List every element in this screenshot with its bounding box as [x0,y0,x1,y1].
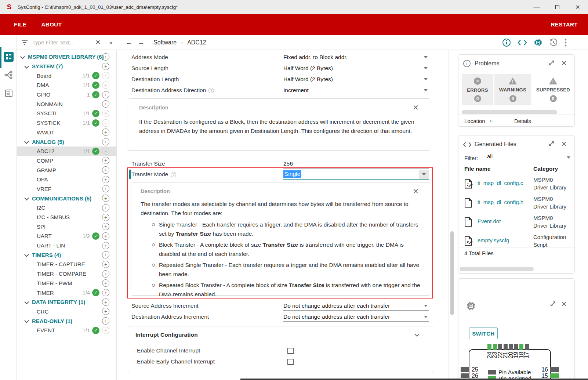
close-icon[interactable]: ✕ [413,187,419,196]
chevron-down-icon[interactable] [24,139,29,144]
tree-item[interactable]: TIMER - COMPARE ✓ + [17,269,116,279]
pin[interactable]: 25 [472,366,478,373]
add-instance-button[interactable]: + [102,298,109,306]
pin[interactable]: 18 [519,344,523,364]
switch-device-button[interactable]: SWITCH [469,327,498,339]
add-instance-button[interactable]: + [102,261,109,268]
add-instance-button[interactable]: + [102,232,109,240]
network-view-icon[interactable] [4,70,14,80]
expand-icon[interactable] [548,141,555,147]
chevron-down-icon[interactable] [24,300,29,304]
tree-item[interactable]: DMA 1/1 ✓ + [17,80,116,90]
chevron-down-icon[interactable] [24,64,29,69]
pin[interactable]: 23 [493,344,497,364]
add-instance-button[interactable]: + [102,242,109,249]
tree-item[interactable]: READ-ONLY (1) ✓ + [17,316,116,326]
add-instance-button[interactable]: + [102,289,109,296]
close-icon[interactable]: ✕ [561,140,567,148]
help-icon[interactable]: ? [171,172,176,177]
tree-item[interactable]: MSPM0 DRIVER LIBRARY (6) ✓ + [17,52,116,62]
calculator-view-icon[interactable] [4,88,14,98]
suppressed-tile[interactable]: SUPPRESSED 0 [533,74,574,105]
dropdown-button[interactable] [419,170,429,179]
add-instance-button[interactable]: + [102,53,109,61]
tree-item[interactable]: EVENT 1/1 ✓ + [17,326,116,335]
vertical-scrollbar[interactable] [450,231,454,315]
add-instance-button[interactable]: + [102,223,109,230]
column-location[interactable]: Location [464,118,485,124]
close-icon[interactable]: ✕ [561,59,567,68]
add-instance-button[interactable]: + [102,82,109,89]
warnings-tile[interactable]: WARNINGS 0 [494,74,531,105]
add-instance-button[interactable]: + [102,91,109,98]
enable-channel-interrupt-checkbox[interactable] [287,348,294,354]
dropdown-field[interactable]: Increment [283,86,429,95]
tree-item[interactable]: GPAMP ✓ + [17,165,116,175]
more-menu-icon[interactable] [565,39,567,47]
tree-item[interactable]: COMMUNICATIONS (5) ✓ + [17,193,116,203]
chevron-down-icon[interactable] [20,54,25,59]
sort-icon[interactable]: ↑↓ [489,118,492,123]
chevron-down-icon[interactable] [24,318,29,323]
add-instance-button[interactable]: + [102,308,109,315]
tree-item[interactable]: UART 1/2 ✓ + [17,231,116,241]
close-icon[interactable]: ✕ [413,103,419,112]
add-instance-button[interactable]: + [102,148,109,155]
tree-item[interactable]: SYSTEM (7) ✓ + [17,62,116,71]
collapse-panel-icon[interactable]: « [109,39,112,46]
add-instance-button[interactable]: + [102,166,109,174]
back-button[interactable]: ← [126,39,133,47]
expand-icon[interactable] [550,301,556,307]
expand-icon[interactable] [548,60,555,66]
tree-item[interactable]: DATA INTEGRITY (1) ✓ + [17,297,116,307]
menu-file[interactable]: FILE [14,21,27,28]
add-instance-button[interactable]: + [102,327,109,334]
close-icon[interactable]: ✕ [561,300,567,308]
tree-item[interactable]: I2C ✓ + [17,203,116,213]
tree-item[interactable]: GPIO 1 ✓ + [17,90,116,99]
tree-item[interactable]: TIMER 1/4 ✓ + [17,288,116,297]
tree-item[interactable]: COMP ✓ + [17,156,116,166]
file-name-link[interactable]: ti_msp_dl_config.h [478,199,523,205]
code-view-icon[interactable] [518,39,527,46]
chevron-down-icon[interactable] [24,196,29,200]
tree-item[interactable]: TIMERS (4) ✓ + [17,250,116,260]
tree-item[interactable]: TIMER - PWM ✓ + [17,279,116,288]
tree-item[interactable]: I2C - SMBUS ✓ + [17,213,116,222]
tree-item[interactable]: WWDT ✓ + [17,128,116,137]
transfer-mode-dropdown[interactable]: Single [283,169,429,180]
add-instance-button[interactable]: + [102,204,109,211]
file-name-link[interactable]: ti_msp_dl_config.c [478,180,523,186]
pin[interactable]: 17 [525,344,529,364]
file-name-link[interactable]: Event.dot [478,218,501,224]
info-icon[interactable] [502,38,511,47]
tree-item[interactable]: SYSTICK 1/1 ✓ + [17,118,116,128]
add-instance-button[interactable]: + [102,72,109,79]
device-view-icon[interactable] [534,38,542,47]
pin[interactable]: 21 [504,344,508,364]
tree-item[interactable]: VREF ✓ + [17,184,116,194]
transfer-size-input[interactable]: 256 [283,159,429,169]
tree-item[interactable]: CRC ✓ + [17,307,116,316]
files-filter-dropdown[interactable]: all [487,153,571,162]
tree-item[interactable]: UART - LIN ✓ + [17,241,116,250]
dropdown-field[interactable]: Half Word (2 Bytes) [283,64,429,73]
add-instance-button[interactable]: + [102,176,109,183]
dropdown-field[interactable]: Do not change address after each transfe… [283,301,429,311]
tree-item[interactable]: Board 1/1 ✓ + [17,71,116,80]
add-instance-button[interactable]: + [102,185,109,192]
tree-item[interactable]: SPI ✓ + [17,222,116,231]
add-instance-button[interactable]: + [102,138,109,145]
search-input[interactable] [32,39,87,46]
add-instance-button[interactable]: + [102,129,109,136]
dropdown-field[interactable]: Do not change address after each transfe… [283,312,429,322]
add-instance-button[interactable]: + [102,157,109,164]
pin[interactable]: 16 [541,366,548,373]
enable-early-channel-interrupt-checkbox[interactable] [287,359,294,365]
pin[interactable]: 22 [498,344,502,364]
add-instance-button[interactable]: + [102,214,109,221]
add-instance-button[interactable]: + [102,195,109,202]
file-name-link[interactable]: empty.syscfg [478,237,509,243]
column-details[interactable]: Details [514,118,531,124]
collapse-section-icon[interactable] [414,332,420,337]
